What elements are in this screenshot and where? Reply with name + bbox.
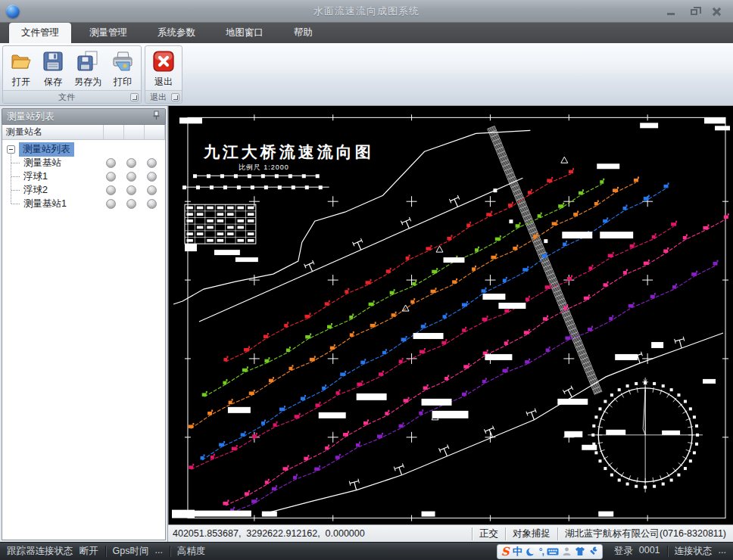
coordinate-readout: 402051.853687, 3292622.912162, 0.000000 [168,528,472,539]
tab-map-window[interactable]: 地图窗口 [214,23,276,43]
column-1[interactable] [104,125,124,139]
tree-root-label: 测量站列表 [19,142,74,157]
tracker-status-value: 断开 [80,545,98,558]
sogou-logo-icon[interactable]: S [501,545,510,558]
pin-icon[interactable] [152,110,161,123]
tree-item-station-3[interactable]: 浮球2 [2,183,165,197]
title-bar: 水面流速流向成图系统 [0,0,733,23]
ime-toolbar: S 中 °, [497,544,603,559]
ortho-toggle[interactable]: 正交 [472,527,505,540]
minimize-button[interactable] [665,6,677,17]
bottom-status-strip: 跟踪器连接状态 断开 Gps时间 ... 高精度 S 中 °, [0,542,733,560]
print-button[interactable]: 打印 [107,48,139,89]
osnap-toggle[interactable]: 对象捕捉 [505,527,557,540]
exit-group-caption: 退出 [145,92,171,103]
svg-text:比例尺 1:2000: 比例尺 1:2000 [239,163,289,171]
shorelines [173,130,723,514]
tab-measure-management[interactable]: 测量管理 [77,23,139,43]
app-window: 水面流速流向成图系统 文件管理 测量管理 系统参数 地图窗口 帮助 [0,0,733,560]
tree-item-station-2[interactable]: 浮球1 [2,170,165,183]
annotation-blobs [172,117,730,518]
dialog-launcher-icon[interactable] [171,93,179,101]
column-3[interactable] [145,125,165,139]
tree-item-station-1[interactable]: 测量基站 [2,156,165,170]
pier-symbols [304,195,686,491]
save-as-button[interactable]: 另存为 [69,48,107,89]
status-led [106,199,116,209]
status-led [147,172,157,182]
status-led [106,158,116,168]
save-as-label: 另存为 [74,76,101,89]
fullwidth-moon-icon[interactable] [526,546,536,557]
ribbon-group-file: 打开 保存 [2,45,142,104]
map-title: 九江大桥流速流向图比例尺 1:2000 [203,143,374,171]
save-button[interactable]: 保存 [37,48,69,89]
tree-branch [11,204,20,204]
svg-text:九江大桥流速流向图: 九江大桥流速流向图 [203,143,374,160]
close-button[interactable] [710,6,722,17]
wrench-settings-icon[interactable] [588,546,598,556]
panel-title: 测量站列表 [7,110,55,123]
chinese-mode-icon[interactable]: 中 [513,545,522,558]
tab-file-management[interactable]: 文件管理 [9,23,71,43]
status-bar: 402051.853687, 3292622.912162, 0.000000 … [168,524,733,542]
window-title: 水面流速流向成图系统 [0,5,733,18]
station-list-panel: 测量站列表 测量站名 [0,106,168,542]
status-led [147,199,157,209]
status-led [126,185,136,195]
dialog-launcher-icon[interactable] [130,93,139,101]
tree-root-row[interactable]: 测量站列表 [2,142,165,156]
tracker-status-label: 跟踪器连接状态 [7,545,73,558]
skin-shirt-icon[interactable] [575,546,585,556]
restore-icon [691,9,697,15]
tab-help[interactable]: 帮助 [282,23,325,43]
exit-icon [151,49,176,73]
login-value: 0001 [639,545,660,558]
exit-label: 退出 [154,76,173,89]
main-area: 测量站列表 测量站名 [0,106,733,542]
collapse-icon[interactable] [7,145,15,154]
minimize-icon [667,13,675,15]
print-label: 打印 [114,76,132,89]
save-icon [41,49,65,73]
connection-label: 连接状态 [675,545,713,558]
precision-label: 高精度 [177,545,206,558]
compass-rose [588,378,703,493]
tree-branch [11,176,20,177]
save-label: 保存 [44,76,62,89]
trace-crimson [189,221,677,470]
scale-bar [182,174,329,189]
punctuation-icon[interactable]: °, [539,546,544,557]
restore-button[interactable] [688,6,700,17]
login-status[interactable]: 登录 0001 [607,545,667,558]
trace-green [202,179,604,397]
gps-time-value: ... [154,545,162,558]
column-station-name[interactable]: 测量站名 [2,125,104,139]
column-2[interactable] [124,125,145,139]
status-led [147,158,157,168]
cad-canvas[interactable]: 九江大桥流速流向图比例尺 1:2000 [168,106,733,524]
ribbon-tab-strip: 文件管理 测量管理 系统参数 地图窗口 帮助 [0,23,733,43]
status-led [126,199,136,209]
status-led [126,158,136,168]
open-folder-icon [9,49,33,73]
ribbon-group-exit: 退出 退出 [145,45,182,104]
user-icon[interactable] [562,546,572,556]
close-icon [712,7,721,16]
print-icon [111,49,135,73]
open-button[interactable]: 打开 [5,48,37,89]
connection-value: ... [719,545,726,558]
station-tree: 测量站列表 测量基站 浮球1 [2,140,165,540]
exit-button[interactable]: 退出 [148,48,179,89]
save-as-icon [76,49,100,73]
tree-branch [11,163,20,163]
login-label: 登录 [614,545,633,558]
trace-red [223,168,574,362]
tab-system-params[interactable]: 系统参数 [145,23,207,43]
file-group-caption: 文件 [3,92,130,103]
ribbon: 打开 保存 [0,43,733,106]
soft-keyboard-icon[interactable] [547,547,559,556]
tree-branch [11,190,20,191]
tree-item-station-4[interactable]: 测量基站1 [2,197,165,210]
status-led [126,172,136,182]
